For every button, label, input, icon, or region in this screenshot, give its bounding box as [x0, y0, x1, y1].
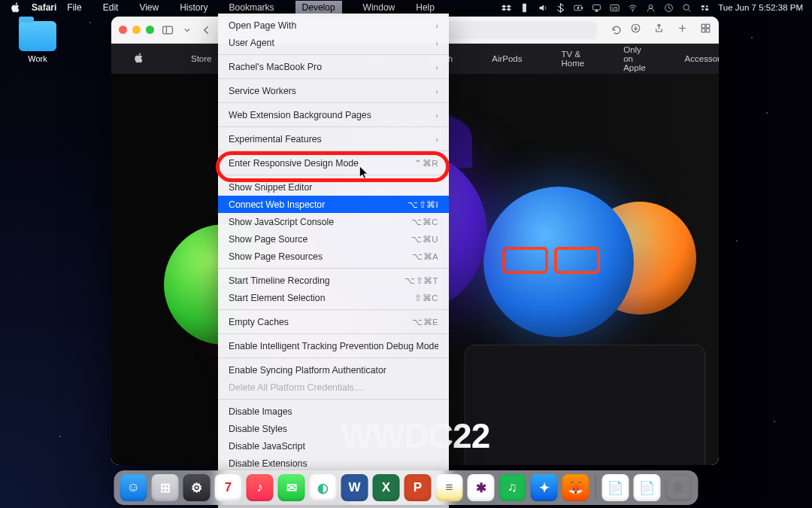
menubar: Safari FileEditViewHistoryBookmarksDevel…	[0, 0, 812, 15]
sidebar-icon[interactable]	[162, 24, 174, 36]
dock-doc1[interactable]: 📄	[602, 474, 629, 501]
user-icon[interactable]	[646, 3, 656, 13]
wifi-icon[interactable]	[628, 3, 638, 13]
menu-item-enable-intelligent-tracking-prevention-debug-mode[interactable]: Enable Intelligent Tracking Prevention D…	[218, 337, 449, 354]
menu-item-show-page-source[interactable]: Show Page Source⌥⌘U	[218, 230, 449, 248]
desktop-folder-work[interactable]: Work	[17, 21, 59, 63]
menu-view[interactable]: View	[139, 2, 159, 13]
menu-window[interactable]: Window	[363, 2, 395, 13]
svg-rect-12	[705, 8, 708, 10]
nav-only-on-apple[interactable]: Only on Apple	[623, 45, 645, 72]
dock-safari[interactable]: ✦	[531, 474, 558, 501]
menu-item-open-page-with[interactable]: Open Page With›	[218, 17, 449, 34]
menu-item-disable-images[interactable]: Disable Images	[218, 403, 449, 420]
svg-rect-23	[706, 29, 710, 32]
window-traffic-lights[interactable]	[119, 26, 154, 34]
menu-item-disable-styles[interactable]: Disable Styles	[218, 420, 449, 437]
menu-item-disable-javascript[interactable]: Disable JavaScript	[218, 437, 449, 455]
zoom-button[interactable]	[146, 26, 154, 34]
dock-word[interactable]: W	[341, 474, 368, 501]
chevron-right-icon: ›	[435, 111, 438, 120]
chevron-down-icon[interactable]	[181, 24, 193, 36]
svg-point-13	[706, 5, 708, 8]
phone-icon[interactable]	[520, 3, 529, 13]
chevron-right-icon: ›	[435, 38, 438, 47]
menu-separator	[218, 333, 449, 334]
menu-edit[interactable]: Edit	[103, 2, 119, 13]
menu-item-service-workers[interactable]: Service Workers›	[218, 82, 449, 99]
nav-store[interactable]: Store	[191, 54, 212, 63]
tabs-icon[interactable]	[700, 23, 711, 37]
new-tab-icon[interactable]	[677, 23, 688, 37]
nav-airpods[interactable]: AirPods	[492, 54, 522, 63]
menu-item-show-snippet-editor[interactable]: Show Snippet Editor	[218, 178, 449, 196]
dock-doc2[interactable]: 📄	[634, 474, 661, 501]
menu-item-enable-syncing-platform-authenticator[interactable]: Enable Syncing Platform Authenticator	[218, 361, 449, 379]
dock-calendar[interactable]: 7	[215, 474, 242, 501]
control-center-icon[interactable]	[700, 3, 710, 13]
menu-item-start-element-selection[interactable]: Start Element Selection⇧⌘C	[218, 289, 449, 306]
menu-history[interactable]: History	[180, 2, 208, 13]
close-button[interactable]	[119, 26, 127, 34]
menu-bookmarks[interactable]: Bookmarks	[229, 2, 274, 13]
battery-icon[interactable]	[574, 3, 583, 13]
volume-icon[interactable]	[538, 3, 547, 13]
dock-notes[interactable]: ≡	[436, 474, 463, 501]
dock-finder[interactable]: ☺	[120, 474, 147, 501]
menu-file[interactable]: File	[67, 2, 81, 13]
menu-item-rachel-s-macbook-pro[interactable]: Rachel's MacBook Pro›	[218, 58, 449, 75]
menu-item-enter-responsive-design-mode[interactable]: Enter Responsive Design Mode⌃⌘R	[218, 154, 449, 172]
dock-settings[interactable]: ⚙	[183, 474, 211, 501]
airplay-icon[interactable]	[592, 3, 601, 13]
dock-powerpoint[interactable]: P	[404, 474, 432, 501]
menu-item-empty-caches[interactable]: Empty Caches⌥⌘E	[218, 313, 449, 330]
menu-item-disable-extensions[interactable]: Disable Extensions	[218, 455, 449, 472]
menu-develop[interactable]: Develop	[295, 1, 342, 14]
dock-excel[interactable]: X	[373, 474, 400, 501]
menu-help[interactable]: Help	[416, 2, 435, 13]
dock-spotify[interactable]: ♫	[499, 474, 526, 501]
back-button[interactable]	[201, 24, 213, 36]
dock-launchpad[interactable]: ⊞	[152, 474, 179, 501]
svg-rect-20	[701, 24, 705, 28]
menu-item-delete-all-platform-credentials: Delete All Platform Credentials…	[218, 379, 449, 396]
menu-item-start-timeline-recording[interactable]: Start Timeline Recording⌥⇧⌘T	[218, 272, 449, 289]
dock-trash[interactable]: 🗑	[665, 474, 692, 501]
dock-firefox[interactable]: 🦊	[562, 474, 589, 501]
svg-point-14	[702, 8, 704, 11]
minimize-button[interactable]	[132, 26, 141, 34]
svg-point-6	[632, 10, 634, 11]
keyboard-US-icon[interactable]: US	[610, 3, 620, 13]
search-icon[interactable]	[682, 3, 692, 13]
chevron-right-icon: ›	[435, 87, 438, 96]
download-icon[interactable]	[630, 23, 641, 37]
nav-tv-home[interactable]: TV & Home	[562, 50, 585, 68]
dropbox-icon[interactable]	[501, 3, 511, 13]
svg-point-7	[649, 5, 653, 8]
dock-slack[interactable]: ✱	[468, 474, 495, 501]
menu-item-show-page-resources[interactable]: Show Page Resources⌥⌘A	[218, 248, 449, 265]
share-icon[interactable]	[653, 23, 665, 37]
menu-item-experimental-features[interactable]: Experimental Features›	[218, 130, 449, 148]
menu-separator	[218, 126, 449, 127]
menu-item-connect-web-inspector[interactable]: Connect Web Inspector⌥⇧⌘I	[218, 196, 449, 213]
menubar-appname[interactable]: Safari	[32, 2, 56, 13]
dock-chrome[interactable]: ◐	[310, 474, 337, 501]
menubar-clock[interactable]: Tue Jun 7 5:52:38 PM	[718, 3, 803, 12]
dock-music[interactable]: ♪	[247, 474, 274, 501]
bluetooth-icon[interactable]	[556, 3, 565, 13]
menu-item-web-extension-background-pages[interactable]: Web Extension Background Pages›	[218, 106, 449, 123]
apple-menu[interactable]	[11, 2, 21, 13]
chevron-right-icon: ›	[435, 135, 438, 144]
svg-line-10	[689, 9, 690, 11]
clock-small-icon[interactable]	[664, 3, 674, 13]
menu-separator	[218, 357, 449, 358]
reload-icon[interactable]	[611, 24, 623, 36]
menu-item-user-agent[interactable]: User Agent›	[218, 34, 449, 51]
dock-messages[interactable]: ✉	[278, 474, 305, 501]
apple-logo-icon[interactable]	[134, 53, 144, 65]
nav-accessories[interactable]: Accessories	[685, 54, 719, 63]
svg-text:US: US	[612, 5, 618, 10]
svg-rect-15	[163, 26, 173, 34]
menu-item-show-javascript-console[interactable]: Show JavaScript Console⌥⌘C	[218, 213, 449, 230]
